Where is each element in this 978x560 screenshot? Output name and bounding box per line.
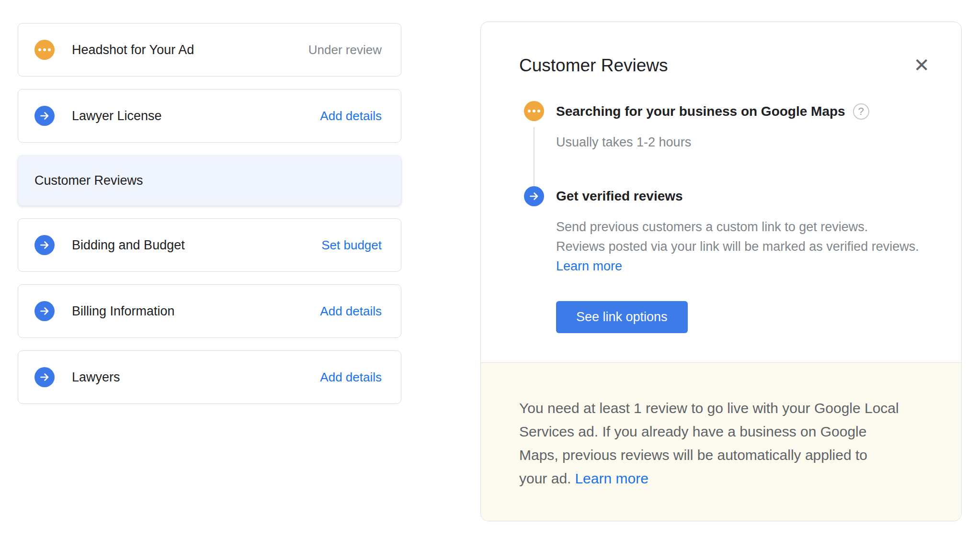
checklist-item-label: Lawyer License: [72, 109, 320, 123]
step-title: Searching for your business on Google Ma…: [556, 103, 923, 120]
panel-main: Customer Reviews ✕ Searching for your bu…: [481, 22, 961, 362]
checklist-item-label: Billing Information: [72, 304, 320, 319]
checklist-item-lawyer-license[interactable]: Lawyer License Add details: [18, 89, 401, 143]
checklist-item-headshot[interactable]: Headshot for Your Ad Under review: [18, 23, 401, 77]
customer-reviews-panel: Customer Reviews ✕ Searching for your bu…: [480, 22, 962, 521]
description-line: Reviews posted via your link will be mar…: [556, 237, 923, 257]
learn-more-link[interactable]: Learn more: [575, 470, 648, 486]
review-requirement-note: You need at least 1 review to go live wi…: [481, 362, 961, 521]
checklist-item-label: Headshot for Your Ad: [72, 43, 308, 57]
note-line: You need at least 1 review to go live wi…: [519, 396, 923, 420]
step-icon-column: [524, 186, 544, 333]
help-icon[interactable]: ?: [853, 103, 869, 120]
checklist-item-bidding-budget[interactable]: Bidding and Budget Set budget: [18, 218, 401, 272]
step-searching-maps: Searching for your business on Google Ma…: [519, 101, 923, 186]
step-icon-column: [524, 101, 544, 186]
add-details-link[interactable]: Add details: [320, 370, 382, 385]
status-badge: Under review: [308, 43, 382, 57]
note-line: Services ad. If you already have a busin…: [519, 420, 923, 443]
checklist-item-lawyers[interactable]: Lawyers Add details: [18, 350, 401, 404]
add-details-link[interactable]: Add details: [320, 109, 382, 123]
add-details-link[interactable]: Add details: [320, 304, 382, 319]
checklist-item-customer-reviews-selected[interactable]: Customer Reviews: [18, 155, 401, 206]
arrow-icon: [34, 235, 55, 255]
see-link-options-button[interactable]: See link options: [556, 301, 688, 333]
step-note: Usually takes 1-2 hours: [556, 135, 923, 150]
pending-icon: [524, 101, 544, 121]
arrow-icon: [34, 367, 55, 387]
checklist-item-label: Bidding and Budget: [72, 238, 321, 253]
set-budget-link[interactable]: Set budget: [321, 238, 382, 253]
arrow-icon: [524, 186, 544, 206]
arrow-icon: [34, 106, 55, 126]
checklist-item-label: Lawyers: [72, 370, 320, 385]
pending-icon: [34, 40, 55, 60]
arrow-icon: [34, 301, 55, 321]
checklist-item-billing-information[interactable]: Billing Information Add details: [18, 284, 401, 338]
page-title: Customer Reviews: [519, 56, 923, 76]
step-title: Get verified reviews: [556, 189, 923, 204]
learn-more-link[interactable]: Learn more: [556, 259, 622, 273]
step-connector-line: [534, 127, 534, 186]
step-get-verified-reviews: Get verified reviews Send previous custo…: [519, 186, 923, 333]
note-line-text: your ad.: [519, 470, 571, 486]
description-line: Send previous customers a custom link to…: [556, 217, 923, 237]
note-line-last: your ad.Learn more: [519, 467, 923, 490]
close-icon[interactable]: ✕: [911, 54, 932, 77]
checklist-item-label: Customer Reviews: [34, 173, 382, 188]
step-title-text: Get verified reviews: [556, 189, 683, 204]
note-line: Maps, previous reviews will be automatic…: [519, 443, 923, 467]
setup-checklist: Headshot for Your Ad Under review Lawyer…: [18, 23, 401, 404]
step-description: Send previous customers a custom link to…: [556, 217, 923, 276]
step-title-text: Searching for your business on Google Ma…: [556, 104, 845, 119]
